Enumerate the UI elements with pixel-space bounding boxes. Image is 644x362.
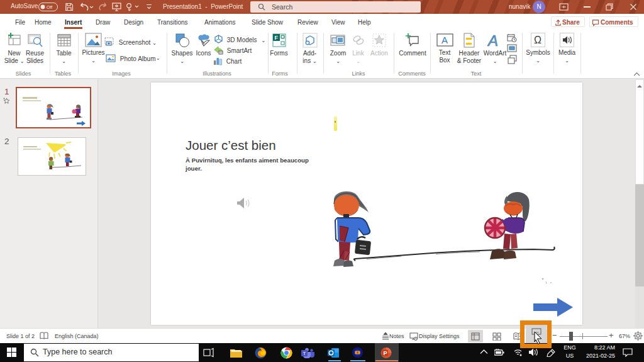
svg-text:F: F bbox=[274, 35, 278, 41]
svg-text:A: A bbox=[487, 33, 498, 48]
svg-text:P: P bbox=[384, 350, 387, 356]
svg-text:A: A bbox=[441, 35, 448, 45]
svg-text:Off: Off bbox=[47, 5, 52, 9]
svg-text:Ω: Ω bbox=[534, 35, 541, 45]
svg-text:T: T bbox=[303, 351, 306, 356]
